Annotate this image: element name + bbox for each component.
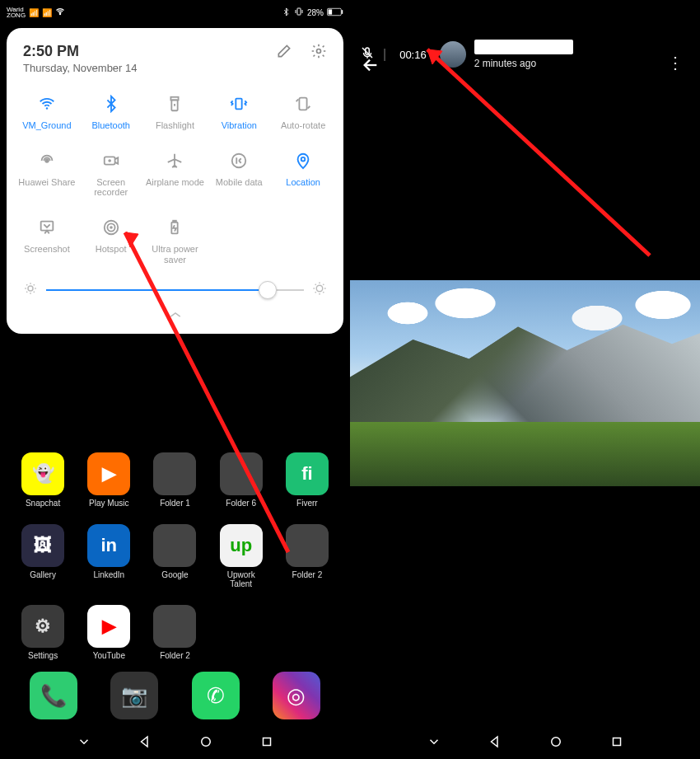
nav-back-icon[interactable] <box>138 734 152 752</box>
qs-tile-label: Mobile data <box>216 177 263 188</box>
gear-icon[interactable] <box>310 43 327 63</box>
nav-recent-icon[interactable] <box>427 734 441 752</box>
mobiledata-icon <box>230 149 248 172</box>
app-icon[interactable]: upUpwork Talent <box>208 524 274 588</box>
nav-overview-icon[interactable] <box>259 734 274 752</box>
recording-timer: 00:16 <box>399 49 427 61</box>
app-icon[interactable]: ⚙Settings <box>10 605 76 660</box>
app-label: Folder 6 <box>226 499 256 508</box>
avatar[interactable] <box>440 41 466 68</box>
app-icon <box>274 605 340 660</box>
svg-line-31 <box>427 49 650 255</box>
wifi-icon <box>38 92 56 115</box>
svg-rect-3 <box>342 10 343 14</box>
app-icon[interactable]: Folder 2 <box>142 605 208 660</box>
collapse-handle[interactable] <box>15 302 335 327</box>
edit-icon[interactable] <box>276 43 292 63</box>
svg-point-6 <box>46 107 48 109</box>
ultrapower-icon <box>166 216 184 239</box>
brightness-slider[interactable] <box>15 276 335 302</box>
svg-rect-17 <box>41 222 54 231</box>
app-icon[interactable]: Folder 2 <box>274 524 340 588</box>
nav-recent-icon[interactable] <box>77 734 91 752</box>
more-menu-icon[interactable]: ⋮ <box>667 53 685 73</box>
flashlight-icon <box>166 92 184 115</box>
svg-rect-4 <box>329 9 333 14</box>
qs-tile-flash[interactable]: Flashlight <box>143 86 208 138</box>
app-icon[interactable]: 🖼Gallery <box>10 524 76 588</box>
qs-tile-label: Screen recorder <box>94 177 128 198</box>
svg-point-5 <box>317 49 321 54</box>
app-icon[interactable]: 👻Snapchat <box>10 452 76 508</box>
nav-home-icon[interactable] <box>198 734 213 752</box>
app-icon[interactable]: ▶Play Music <box>76 452 142 508</box>
qs-tile-hot[interactable]: Hotspot <box>79 209 143 271</box>
qs-tile-label: VM_Ground <box>22 120 71 131</box>
svg-rect-8 <box>171 97 179 101</box>
status-photo[interactable] <box>350 280 700 486</box>
nav-back-icon[interactable] <box>488 734 502 752</box>
app-label: Folder 1 <box>160 499 190 508</box>
svg-rect-28 <box>263 738 270 746</box>
app-icon[interactable]: ▶YouTube <box>76 605 142 660</box>
back-icon[interactable] <box>362 56 380 77</box>
battery-pct: 28% <box>307 8 324 17</box>
qs-tile-rotate[interactable]: Auto-rotate <box>271 86 335 138</box>
dock-whatsapp[interactable]: ✆ <box>192 672 240 719</box>
qs-tile-air[interactable]: Airplane mode <box>143 143 208 204</box>
app-label: Folder 2 <box>160 651 190 660</box>
airplane-icon <box>166 149 184 172</box>
qs-tile-shot[interactable]: Screenshot <box>15 209 79 271</box>
app-icon <box>208 605 274 660</box>
dock-camera[interactable]: 📷 <box>110 672 158 719</box>
app-icon[interactable]: fiFiverr <box>274 452 340 508</box>
qs-tile-label: Flashlight <box>156 120 194 131</box>
nav-bar <box>350 734 700 752</box>
qs-tile-label: Screenshot <box>24 244 70 255</box>
app-icon[interactable]: Folder 6 <box>208 452 274 508</box>
qs-tile-hs[interactable]: Huawei Share <box>15 143 79 204</box>
app-label: LinkedIn <box>93 570 124 579</box>
svg-point-23 <box>28 286 33 291</box>
qs-tile-loc[interactable]: Location <box>271 143 335 204</box>
app-icon[interactable]: Folder 1 <box>142 452 208 508</box>
app-icon[interactable]: Google <box>142 524 208 588</box>
svg-point-33 <box>551 738 560 747</box>
autorotate-icon <box>294 92 312 115</box>
signal-icon: 📶 <box>42 8 52 17</box>
qs-tile-label: Huawei Share <box>18 177 75 188</box>
brightness-low-icon <box>23 281 38 299</box>
svg-rect-22 <box>174 221 177 223</box>
qs-date: Thursday, November 14 <box>23 62 138 74</box>
qs-tile-label: Ultra power saver <box>152 244 198 265</box>
qs-tile-wifi[interactable]: VM_Ground <box>15 86 79 138</box>
huaweishare-icon <box>38 149 56 172</box>
contact-name-redacted <box>474 40 573 54</box>
dock-phone[interactable]: 📞 <box>30 672 77 719</box>
svg-rect-34 <box>613 738 620 746</box>
status-bar: Warid ZONG 📶 📶 28% <box>0 0 350 25</box>
qs-tile-label: Airplane mode <box>146 177 204 188</box>
qs-tile-ups[interactable]: Ultra power saver <box>143 209 208 271</box>
dock-instagram[interactable]: ◎ <box>273 672 320 719</box>
nav-home-icon[interactable] <box>548 734 563 752</box>
screenshot-icon <box>38 216 56 239</box>
svg-point-12 <box>45 159 49 162</box>
qs-tile-label: Vibration <box>222 120 257 131</box>
svg-rect-11 <box>300 98 307 110</box>
brightness-high-icon <box>312 281 327 299</box>
screenrec-icon <box>102 149 120 172</box>
hotspot-icon <box>102 216 120 239</box>
qs-tile-data[interactable]: Mobile data <box>207 143 271 204</box>
app-label: Snapchat <box>26 499 60 508</box>
svg-point-27 <box>201 738 210 747</box>
app-icon[interactable]: inLinkedIn <box>76 524 142 588</box>
qs-time: 2:50 PM <box>23 43 138 60</box>
location-icon <box>294 149 312 172</box>
nav-overview-icon[interactable] <box>609 734 624 752</box>
qs-tile-bt[interactable]: Bluetooth <box>79 86 143 138</box>
qs-tile-vib[interactable]: Vibration <box>207 86 271 138</box>
app-label: YouTube <box>93 651 125 660</box>
svg-point-16 <box>301 157 306 162</box>
qs-tile-rec[interactable]: Screen recorder <box>79 143 143 204</box>
